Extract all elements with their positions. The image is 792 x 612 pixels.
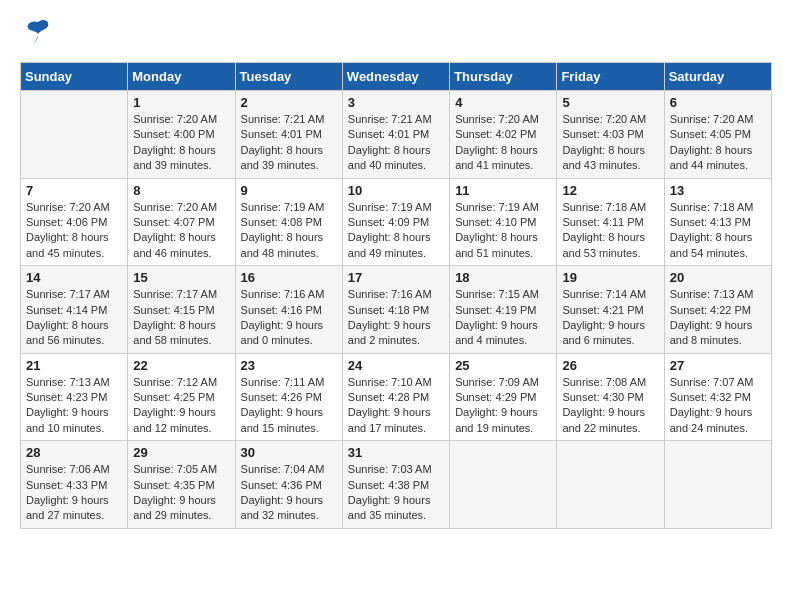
calendar-cell: 16Sunrise: 7:16 AMSunset: 4:16 PMDayligh…: [235, 266, 342, 354]
calendar-cell: 5Sunrise: 7:20 AMSunset: 4:03 PMDaylight…: [557, 91, 664, 179]
week-row-5: 28Sunrise: 7:06 AMSunset: 4:33 PMDayligh…: [21, 441, 772, 529]
calendar-cell: [557, 441, 664, 529]
calendar-cell: 31Sunrise: 7:03 AMSunset: 4:38 PMDayligh…: [342, 441, 449, 529]
day-number: 22: [133, 358, 229, 373]
cell-text: Sunrise: 7:20 AMSunset: 4:02 PMDaylight:…: [455, 112, 551, 174]
calendar-cell: 15Sunrise: 7:17 AMSunset: 4:15 PMDayligh…: [128, 266, 235, 354]
cell-text: Sunrise: 7:08 AMSunset: 4:30 PMDaylight:…: [562, 375, 658, 437]
calendar-cell: 26Sunrise: 7:08 AMSunset: 4:30 PMDayligh…: [557, 353, 664, 441]
day-number: 3: [348, 95, 444, 110]
calendar-cell: 11Sunrise: 7:19 AMSunset: 4:10 PMDayligh…: [450, 178, 557, 266]
cell-text: Sunrise: 7:13 AMSunset: 4:22 PMDaylight:…: [670, 287, 766, 349]
logo-bird-icon: [24, 16, 52, 50]
calendar-table: SundayMondayTuesdayWednesdayThursdayFrid…: [20, 62, 772, 529]
cell-text: Sunrise: 7:13 AMSunset: 4:23 PMDaylight:…: [26, 375, 122, 437]
calendar-cell: 6Sunrise: 7:20 AMSunset: 4:05 PMDaylight…: [664, 91, 771, 179]
day-number: 7: [26, 183, 122, 198]
day-number: 26: [562, 358, 658, 373]
calendar-cell: 1Sunrise: 7:20 AMSunset: 4:00 PMDaylight…: [128, 91, 235, 179]
calendar-cell: 29Sunrise: 7:05 AMSunset: 4:35 PMDayligh…: [128, 441, 235, 529]
calendar-cell: [664, 441, 771, 529]
weekday-header-tuesday: Tuesday: [235, 63, 342, 91]
day-number: 11: [455, 183, 551, 198]
cell-text: Sunrise: 7:17 AMSunset: 4:15 PMDaylight:…: [133, 287, 229, 349]
day-number: 18: [455, 270, 551, 285]
logo: [20, 16, 52, 50]
day-number: 29: [133, 445, 229, 460]
calendar-cell: 2Sunrise: 7:21 AMSunset: 4:01 PMDaylight…: [235, 91, 342, 179]
cell-text: Sunrise: 7:09 AMSunset: 4:29 PMDaylight:…: [455, 375, 551, 437]
calendar-cell: 23Sunrise: 7:11 AMSunset: 4:26 PMDayligh…: [235, 353, 342, 441]
cell-text: Sunrise: 7:15 AMSunset: 4:19 PMDaylight:…: [455, 287, 551, 349]
day-number: 1: [133, 95, 229, 110]
cell-text: Sunrise: 7:05 AMSunset: 4:35 PMDaylight:…: [133, 462, 229, 524]
day-number: 20: [670, 270, 766, 285]
cell-text: Sunrise: 7:20 AMSunset: 4:03 PMDaylight:…: [562, 112, 658, 174]
cell-text: Sunrise: 7:10 AMSunset: 4:28 PMDaylight:…: [348, 375, 444, 437]
day-number: 28: [26, 445, 122, 460]
cell-text: Sunrise: 7:19 AMSunset: 4:09 PMDaylight:…: [348, 200, 444, 262]
weekday-header-sunday: Sunday: [21, 63, 128, 91]
cell-text: Sunrise: 7:06 AMSunset: 4:33 PMDaylight:…: [26, 462, 122, 524]
calendar-cell: 20Sunrise: 7:13 AMSunset: 4:22 PMDayligh…: [664, 266, 771, 354]
day-number: 12: [562, 183, 658, 198]
weekday-header-thursday: Thursday: [450, 63, 557, 91]
cell-text: Sunrise: 7:16 AMSunset: 4:16 PMDaylight:…: [241, 287, 337, 349]
calendar-cell: 19Sunrise: 7:14 AMSunset: 4:21 PMDayligh…: [557, 266, 664, 354]
calendar-cell: 12Sunrise: 7:18 AMSunset: 4:11 PMDayligh…: [557, 178, 664, 266]
weekday-header-wednesday: Wednesday: [342, 63, 449, 91]
cell-text: Sunrise: 7:16 AMSunset: 4:18 PMDaylight:…: [348, 287, 444, 349]
calendar-cell: 17Sunrise: 7:16 AMSunset: 4:18 PMDayligh…: [342, 266, 449, 354]
cell-text: Sunrise: 7:11 AMSunset: 4:26 PMDaylight:…: [241, 375, 337, 437]
day-number: 27: [670, 358, 766, 373]
cell-text: Sunrise: 7:03 AMSunset: 4:38 PMDaylight:…: [348, 462, 444, 524]
calendar-cell: 27Sunrise: 7:07 AMSunset: 4:32 PMDayligh…: [664, 353, 771, 441]
day-number: 5: [562, 95, 658, 110]
day-number: 4: [455, 95, 551, 110]
cell-text: Sunrise: 7:20 AMSunset: 4:05 PMDaylight:…: [670, 112, 766, 174]
day-number: 25: [455, 358, 551, 373]
calendar-cell: 21Sunrise: 7:13 AMSunset: 4:23 PMDayligh…: [21, 353, 128, 441]
week-row-4: 21Sunrise: 7:13 AMSunset: 4:23 PMDayligh…: [21, 353, 772, 441]
cell-text: Sunrise: 7:04 AMSunset: 4:36 PMDaylight:…: [241, 462, 337, 524]
cell-text: Sunrise: 7:19 AMSunset: 4:10 PMDaylight:…: [455, 200, 551, 262]
cell-text: Sunrise: 7:20 AMSunset: 4:07 PMDaylight:…: [133, 200, 229, 262]
week-row-3: 14Sunrise: 7:17 AMSunset: 4:14 PMDayligh…: [21, 266, 772, 354]
cell-text: Sunrise: 7:19 AMSunset: 4:08 PMDaylight:…: [241, 200, 337, 262]
day-number: 30: [241, 445, 337, 460]
cell-text: Sunrise: 7:21 AMSunset: 4:01 PMDaylight:…: [348, 112, 444, 174]
calendar-cell: 24Sunrise: 7:10 AMSunset: 4:28 PMDayligh…: [342, 353, 449, 441]
day-number: 14: [26, 270, 122, 285]
weekday-header-friday: Friday: [557, 63, 664, 91]
day-number: 17: [348, 270, 444, 285]
header-row: SundayMondayTuesdayWednesdayThursdayFrid…: [21, 63, 772, 91]
calendar-cell: 18Sunrise: 7:15 AMSunset: 4:19 PMDayligh…: [450, 266, 557, 354]
day-number: 23: [241, 358, 337, 373]
day-number: 19: [562, 270, 658, 285]
cell-text: Sunrise: 7:17 AMSunset: 4:14 PMDaylight:…: [26, 287, 122, 349]
day-number: 16: [241, 270, 337, 285]
week-row-2: 7Sunrise: 7:20 AMSunset: 4:06 PMDaylight…: [21, 178, 772, 266]
calendar-cell: 30Sunrise: 7:04 AMSunset: 4:36 PMDayligh…: [235, 441, 342, 529]
cell-text: Sunrise: 7:07 AMSunset: 4:32 PMDaylight:…: [670, 375, 766, 437]
calendar-cell: 25Sunrise: 7:09 AMSunset: 4:29 PMDayligh…: [450, 353, 557, 441]
cell-text: Sunrise: 7:20 AMSunset: 4:06 PMDaylight:…: [26, 200, 122, 262]
calendar-cell: 7Sunrise: 7:20 AMSunset: 4:06 PMDaylight…: [21, 178, 128, 266]
week-row-1: 1Sunrise: 7:20 AMSunset: 4:00 PMDaylight…: [21, 91, 772, 179]
calendar-cell: 14Sunrise: 7:17 AMSunset: 4:14 PMDayligh…: [21, 266, 128, 354]
day-number: 24: [348, 358, 444, 373]
calendar-cell: 22Sunrise: 7:12 AMSunset: 4:25 PMDayligh…: [128, 353, 235, 441]
cell-text: Sunrise: 7:20 AMSunset: 4:00 PMDaylight:…: [133, 112, 229, 174]
weekday-header-monday: Monday: [128, 63, 235, 91]
cell-text: Sunrise: 7:18 AMSunset: 4:11 PMDaylight:…: [562, 200, 658, 262]
day-number: 31: [348, 445, 444, 460]
day-number: 8: [133, 183, 229, 198]
calendar-cell: 3Sunrise: 7:21 AMSunset: 4:01 PMDaylight…: [342, 91, 449, 179]
weekday-header-saturday: Saturday: [664, 63, 771, 91]
day-number: 15: [133, 270, 229, 285]
calendar-cell: 9Sunrise: 7:19 AMSunset: 4:08 PMDaylight…: [235, 178, 342, 266]
cell-text: Sunrise: 7:12 AMSunset: 4:25 PMDaylight:…: [133, 375, 229, 437]
day-number: 13: [670, 183, 766, 198]
calendar-cell: 13Sunrise: 7:18 AMSunset: 4:13 PMDayligh…: [664, 178, 771, 266]
day-number: 9: [241, 183, 337, 198]
